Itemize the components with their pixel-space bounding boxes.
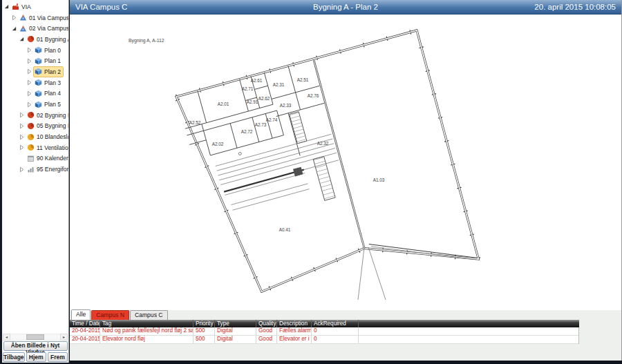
table-row[interactable]: 20-04-2015 08:26Nød og panik fællesfejl …	[70, 327, 578, 336]
tree-item-content[interactable]: 01 Via Campus N	[18, 12, 69, 23]
tree-item-content[interactable]: Plan 4	[33, 88, 64, 99]
floorplan-canvas[interactable]: Bygning A, A-112 A2.52A2.01A2.71A2.61A2.…	[70, 15, 621, 310]
table-cell: 500	[194, 327, 215, 335]
table-cell: Fælles alarm er i fejl	[277, 327, 312, 335]
tree-item-content[interactable]: 01 Bygning A	[26, 34, 69, 45]
sidebar-item-plan-2[interactable]: Plan 2	[2, 66, 68, 77]
room-label-a2-33: A2.33	[280, 103, 292, 108]
sidebar-item-01-bygning-a[interactable]: 01 Bygning A	[2, 34, 68, 45]
tab-campus-c[interactable]: Campus C	[130, 310, 168, 320]
tree-item-content[interactable]: 05 Bygning E	[26, 120, 69, 131]
tree-item-content[interactable]: 95 Energiforbrug	[26, 164, 69, 175]
sidebar-item-plan-1[interactable]: Plan 1	[2, 55, 68, 66]
sidebar-item-01-via-campus-n[interactable]: 01 Via Campus N	[2, 12, 68, 23]
collapsed-arrow-icon[interactable]	[26, 90, 32, 97]
collapsed-arrow-icon[interactable]	[19, 112, 25, 118]
plan-caption: Bygning A, A-112	[129, 38, 164, 44]
campus-icon	[19, 14, 27, 21]
sidebar-item-label: Plan 1	[44, 57, 61, 64]
collapsed-arrow-icon[interactable]	[26, 68, 32, 75]
alarm-table-rows: 20-04-2015 08:26Nød og panik fællesfejl …	[70, 327, 579, 344]
sidebar-item-02-via-campus-c[interactable]: 02 Via Campus C	[2, 23, 68, 34]
home-button[interactable]: Hjem	[26, 352, 46, 362]
room-label-a2-01: A2.01	[218, 102, 229, 106]
sidebar-item-90-kalender[interactable]: 90 Kalender	[2, 153, 68, 164]
factory-icon	[12, 3, 19, 10]
tree-item-content[interactable]: 11 Ventilationsanlæg	[26, 142, 69, 153]
column-header-quality[interactable]: Quality	[256, 320, 277, 327]
tree-item-content[interactable]: Plan 0	[33, 45, 64, 56]
expanded-arrow-icon[interactable]	[11, 26, 17, 32]
scroll-left-arrow[interactable]: ◄	[3, 334, 10, 341]
table-cell-empty	[359, 336, 578, 343]
header-clock: 20. april 2015 10:08:05	[534, 3, 616, 11]
scroll-right-arrow[interactable]: ►	[60, 334, 68, 341]
tree-item-content[interactable]: 02 Via Campus C	[18, 23, 69, 34]
tab-alle[interactable]: Alle	[71, 309, 91, 320]
tree-horizontal-scrollbar[interactable]: ◄ ►	[3, 334, 68, 341]
table-cell: 0	[312, 327, 359, 335]
plan-icon	[35, 46, 42, 54]
sidebar-item-plan-4[interactable]: Plan 4	[2, 88, 68, 99]
collapsed-arrow-icon[interactable]	[26, 58, 32, 64]
sidebar-item-label: Plan 5	[44, 101, 61, 108]
energy-icon	[27, 166, 35, 173]
tree-item-content[interactable]: Plan 5	[33, 99, 64, 110]
sidebar-item-label: VIA	[21, 3, 31, 10]
expanded-arrow-icon[interactable]	[19, 36, 25, 42]
tree-item-content[interactable]: Plan 3	[33, 77, 64, 88]
collapsed-arrow-icon[interactable]	[19, 166, 25, 173]
alarm-filter-tabs: AlleCampus NCampus C	[71, 310, 168, 320]
room-label-a2-73: A2.73	[255, 122, 267, 127]
sidebar-item-02-bygning-b[interactable]: 02 Bygning B	[2, 110, 68, 121]
table-cell: 20-04-2015 08:26	[70, 327, 100, 335]
main-region: VIA Campus C Bygning A - Plan 2 20. apri…	[70, 0, 622, 364]
column-header-priority[interactable]: Priority	[194, 320, 215, 327]
plan-icon	[35, 68, 42, 75]
open-image-new-window-button[interactable]: Åben Billede i Nyt Vindue	[3, 341, 68, 351]
scrollbar-track[interactable]	[10, 334, 60, 341]
column-header-ackrequired[interactable]: AckRequired	[312, 320, 359, 327]
collapsed-arrow-icon[interactable]	[26, 102, 32, 108]
sidebar-item-label: Plan 0	[44, 47, 61, 54]
sidebar-item-plan-0[interactable]: Plan 0	[2, 45, 68, 56]
tab-campus-n[interactable]: Campus N	[91, 310, 129, 320]
forward-button[interactable]: Frem	[48, 352, 68, 362]
column-header-time-date[interactable]: Time / Date	[70, 320, 100, 327]
table-cell-empty	[359, 327, 578, 335]
tree-item-content[interactable]: Plan 1	[33, 55, 64, 66]
tree-item-content[interactable]: 90 Kalender	[26, 153, 69, 164]
tree-item-content[interactable]: VIA	[10, 1, 34, 12]
sidebar-item-label: Plan 4	[44, 90, 61, 97]
vent-icon	[27, 144, 35, 151]
sidebar-item-95-energiforbrug[interactable]: 95 Energiforbrug	[2, 164, 68, 175]
collapsed-arrow-icon[interactable]	[26, 79, 32, 86]
sidebar-item-10-blandesl-jfer[interactable]: 10 Blandesløjfer	[2, 131, 68, 142]
collapsed-arrow-icon[interactable]	[19, 134, 25, 140]
table-cell: Elevator er i fejl	[277, 336, 312, 343]
tree-item-content[interactable]: 10 Blandesløjfer	[26, 131, 69, 142]
sidebar-item-05-bygning-e[interactable]: 05 Bygning E	[2, 121, 68, 132]
scrollbar-thumb[interactable]	[26, 334, 44, 340]
column-header-type[interactable]: Type	[215, 320, 256, 327]
window-bottom-edge	[70, 361, 622, 364]
collapsed-arrow-icon[interactable]	[19, 144, 25, 151]
back-button[interactable]: Tilbage	[3, 352, 25, 362]
tree-item-content[interactable]: 02 Bygning B	[26, 110, 69, 121]
sidebar-item-11-ventilationsanl-g[interactable]: 11 Ventilationsanlæg	[2, 142, 68, 153]
collapsed-arrow-icon[interactable]	[11, 15, 17, 21]
sidebar-item-label: 02 Via Campus C	[29, 25, 69, 32]
sidebar-item-plan-3[interactable]: Plan 3	[2, 77, 68, 88]
sidebar-item-via[interactable]: VIA	[2, 1, 68, 12]
selected-tree-item[interactable]: Plan 2	[33, 66, 64, 77]
column-header-description[interactable]: Description	[277, 320, 312, 327]
expanded-arrow-icon[interactable]	[3, 3, 10, 10]
room-label-a2-51: A2.51	[297, 77, 309, 82]
collapsed-arrow-icon[interactable]	[19, 123, 25, 129]
table-cell: 500	[194, 336, 215, 343]
collapsed-arrow-icon[interactable]	[26, 47, 32, 53]
sidebar-item-plan-5[interactable]: Plan 5	[2, 99, 68, 110]
room-label-a1-03: A1.03	[373, 178, 385, 182]
column-header-tag[interactable]: Tag	[100, 320, 194, 327]
table-row[interactable]: 20-04-2015 08:26Elevator nord fløj500Dig…	[70, 336, 578, 344]
